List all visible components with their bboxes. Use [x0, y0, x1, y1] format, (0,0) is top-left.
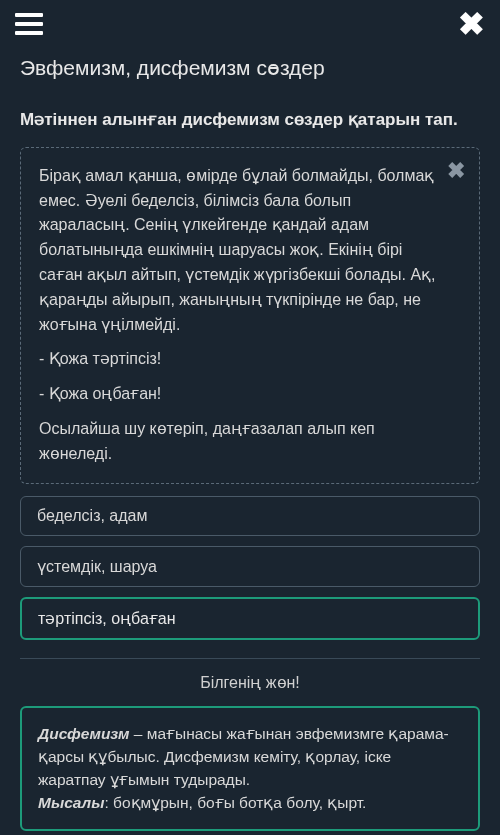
option-label: беделсіз, адам — [37, 507, 147, 524]
info-def: : боқмұрын, боғы ботқа болу, қырт. — [104, 794, 366, 811]
answer-option-correct[interactable]: тәртіпсіз, оңбаған — [20, 597, 480, 640]
answer-option[interactable]: үстемдік, шаруа — [20, 546, 480, 587]
answer-option[interactable]: беделсіз, адам — [20, 496, 480, 536]
passage-paragraph: - Қожа тәртіпсіз! — [39, 347, 437, 372]
passage-card: ✖ Бірақ амал қанша, өмірде бұлай болмайд… — [20, 147, 480, 484]
passage-text: Бірақ амал қанша, өмірде бұлай болмайды,… — [39, 164, 461, 467]
info-term: Дисфемизм — [38, 725, 130, 742]
hamburger-menu-icon[interactable] — [15, 13, 43, 35]
hint-title: Білгенің жөн! — [0, 673, 500, 692]
info-card: Дисфемизм – мағынасы жағынан эвфемизмге … — [20, 706, 480, 831]
instruction-text: Мәтіннен алынған дисфемизм сөздер қатары… — [0, 98, 500, 147]
passage-paragraph: Бірақ амал қанша, өмірде бұлай болмайды,… — [39, 164, 437, 338]
option-label: тәртіпсіз, оңбаған — [38, 610, 176, 627]
page-title: Эвфемизм, дисфемизм сөздер — [0, 48, 500, 98]
option-label: үстемдік, шаруа — [37, 558, 157, 575]
passage-paragraph: Осылайша шу көтеріп, даңғазалап алып кеп… — [39, 417, 437, 467]
divider — [20, 658, 480, 659]
passage-paragraph: - Қожа оңбаған! — [39, 382, 437, 407]
info-term: Мысалы — [38, 794, 104, 811]
header-bar: ✖ — [0, 0, 500, 48]
passage-close-icon[interactable]: ✖ — [447, 160, 465, 182]
options-list: беделсіз, адам үстемдік, шаруа тәртіпсіз… — [0, 496, 500, 640]
close-icon[interactable]: ✖ — [458, 8, 485, 40]
